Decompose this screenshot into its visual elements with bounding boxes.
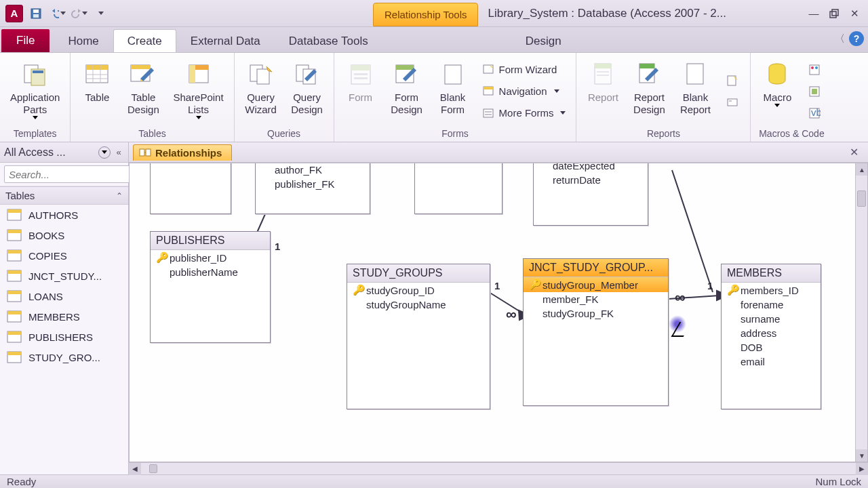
group-macros-label: Macros & Code: [759, 127, 824, 140]
scroll-right-icon[interactable]: ▶: [856, 463, 868, 475]
navigation-pane: All Access ... « Tables⌃ AUTHORS BOOKS C…: [0, 142, 129, 474]
svg-rect-32: [484, 87, 493, 89]
form-design-icon: [393, 60, 421, 89]
svg-rect-45: [729, 100, 732, 102]
minimize-icon[interactable]: —: [804, 5, 823, 22]
visual-basic-button[interactable]: vb: [805, 105, 824, 121]
svg-rect-58: [7, 230, 21, 233]
table-row[interactable]: BOOKS: [0, 225, 128, 245]
sharepoint-lists-button[interactable]: SharePoint Lists: [168, 56, 228, 127]
redo-icon[interactable]: [71, 5, 88, 22]
ribbon: Application Parts Templates Table Table …: [0, 53, 868, 142]
scroll-down-icon[interactable]: ▼: [856, 449, 868, 462]
close-icon[interactable]: ✕: [845, 5, 864, 22]
table-row[interactable]: LOANS: [0, 286, 128, 306]
tab-external-data[interactable]: External Data: [176, 29, 275, 52]
form-wizard-button[interactable]: Form Wizard: [479, 61, 570, 77]
navigation-button[interactable]: Navigation: [479, 83, 570, 99]
more-forms-icon: [483, 107, 495, 119]
query-design-button[interactable]: Query Design: [286, 56, 328, 127]
table-row[interactable]: COPIES: [0, 245, 128, 266]
diagram-table-loans-partial[interactable]: dateExpected returnDate: [533, 163, 648, 226]
cardinality-many: ∞: [675, 289, 686, 306]
table-row[interactable]: JNCT_STUDY...: [0, 266, 128, 286]
table-button[interactable]: Table: [76, 56, 118, 127]
close-document-icon[interactable]: ✕: [846, 144, 863, 160]
diagram-table-jnct-study-group[interactable]: JNCT_STUDY_GROUP... 🔑studyGroup_Member m…: [523, 258, 669, 406]
form-design-button[interactable]: Form Design: [386, 56, 428, 127]
report-button[interactable]: Report: [582, 56, 624, 127]
table-row[interactable]: AUTHORS: [0, 205, 128, 225]
report-wizard-button[interactable]: [723, 73, 742, 89]
svg-line-75: [489, 292, 521, 312]
qat-customize-icon[interactable]: [92, 5, 110, 22]
svg-rect-38: [597, 71, 609, 73]
document-tab-bar: Relationships ✕: [129, 142, 868, 163]
scroll-up-icon[interactable]: ▲: [856, 163, 868, 176]
svg-rect-46: [810, 65, 819, 75]
horizontal-scrollbar[interactable]: ◀ ▶: [129, 462, 868, 474]
tab-home[interactable]: Home: [54, 29, 113, 52]
svg-rect-68: [7, 331, 21, 335]
tab-database-tools[interactable]: Database Tools: [275, 29, 382, 52]
diagram-table-publishers[interactable]: PUBLISHERS 🔑publisher_ID publisherName: [150, 231, 271, 343]
svg-rect-1: [33, 9, 39, 13]
table-row[interactable]: PUBLISHERS: [0, 327, 128, 347]
scroll-thumb-h[interactable]: [149, 464, 157, 473]
window-title: Library_System : Database (Access 2007 -…: [478, 0, 800, 26]
access-app-icon[interactable]: A: [5, 5, 23, 22]
table-row[interactable]: STUDY_GRO...: [0, 347, 128, 367]
macro-button[interactable]: Macro: [756, 56, 798, 127]
collapse-ribbon-icon[interactable]: 〈: [835, 33, 845, 45]
cardinality-one: 1: [494, 280, 500, 291]
document-area: Relationships ✕ author_FK publisher_FK: [129, 142, 868, 474]
macro-icon: [763, 60, 791, 89]
tab-create[interactable]: Create: [113, 29, 176, 52]
form-button[interactable]: Form: [340, 56, 382, 127]
diagram-table-partial-left[interactable]: [150, 163, 231, 214]
save-icon[interactable]: [27, 5, 45, 22]
restore-icon[interactable]: [825, 5, 844, 22]
help-icon[interactable]: ?: [849, 31, 864, 46]
svg-line-79: [672, 170, 713, 292]
undo-icon[interactable]: [49, 5, 66, 22]
mouse-cursor: [669, 315, 686, 333]
diagram-table-books-partial[interactable]: author_FK publisher_FK: [255, 163, 370, 214]
table-row[interactable]: MEMBERS: [0, 306, 128, 327]
svg-rect-29: [445, 65, 461, 84]
tables-group-header[interactable]: Tables⌃: [0, 186, 128, 205]
search-input[interactable]: [4, 165, 143, 183]
scroll-left-icon[interactable]: ◀: [129, 463, 141, 475]
tab-design[interactable]: Design: [511, 29, 576, 52]
query-wizard-button[interactable]: Query Wizard: [240, 56, 282, 127]
svg-rect-18: [189, 65, 195, 83]
more-forms-button[interactable]: More Forms: [479, 105, 570, 121]
shutter-bar-icon[interactable]: «: [113, 147, 124, 157]
labels-icon: [726, 96, 738, 108]
svg-rect-30: [484, 65, 493, 73]
relationships-tab[interactable]: Relationships: [133, 144, 232, 161]
title-bar: A Relationship Tools Library_System : Da…: [0, 0, 868, 27]
blank-form-button[interactable]: Blank Form: [432, 56, 474, 127]
relationships-canvas[interactable]: author_FK publisher_FK dateExpected retu…: [129, 163, 868, 462]
vertical-scrollbar[interactable]: ▲ ▼: [855, 163, 867, 462]
module-button[interactable]: [805, 62, 824, 78]
class-module-button[interactable]: [805, 83, 824, 100]
tab-file[interactable]: File: [1, 29, 50, 52]
report-design-button[interactable]: Report Design: [628, 56, 670, 127]
report-icon: [589, 60, 617, 89]
labels-button[interactable]: [723, 94, 742, 110]
diagram-table-members[interactable]: MEMBERS 🔑members_ID forename surname add…: [721, 264, 821, 409]
application-parts-button[interactable]: Application Parts: [5, 56, 64, 127]
report-wizard-icon: [726, 75, 738, 87]
navigation-header[interactable]: All Access ... «: [0, 142, 128, 163]
diagram-table-partial-mid[interactable]: [414, 163, 502, 214]
svg-rect-3: [830, 12, 836, 18]
table-icon: [83, 60, 111, 89]
scroll-thumb[interactable]: [857, 190, 866, 207]
diagram-table-study-groups[interactable]: STUDY_GROUPS 🔑studyGroup_ID studyGroupNa…: [347, 264, 490, 409]
nav-filter-icon[interactable]: [98, 146, 111, 159]
blank-report-button[interactable]: Blank Report: [674, 56, 716, 127]
blank-form-icon: [439, 60, 467, 89]
table-design-button[interactable]: Table Design: [122, 56, 164, 127]
